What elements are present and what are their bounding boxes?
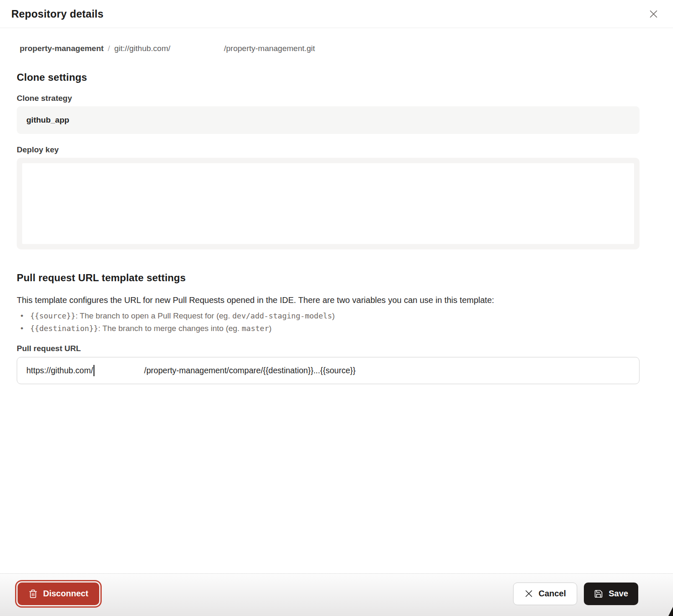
disconnect-button[interactable]: Disconnect (18, 583, 99, 605)
close-icon (649, 9, 658, 19)
breadcrumb-separator: / (108, 44, 110, 53)
source-variable-example: dev/add-staging-models (232, 311, 332, 320)
source-variable-close: ) (332, 311, 334, 320)
clone-strategy-field[interactable]: github_app (17, 106, 640, 134)
page-title: Repository details (11, 8, 103, 20)
breadcrumb: property-management / git://github.com/ … (17, 44, 640, 53)
source-variable-text: : The branch to open a Pull Request for … (75, 311, 232, 320)
pr-url-value-prefix: https://github.com/ (26, 366, 93, 375)
repo-url-suffix: /property-management.git (224, 44, 315, 53)
clone-strategy-value: github_app (26, 116, 69, 125)
footer-action-buttons: Cancel Save (513, 583, 638, 605)
text-caret (93, 365, 95, 376)
clone-settings-heading: Clone settings (17, 71, 640, 84)
pr-url-input[interactable]: https://github.com/ /property-management… (17, 357, 640, 384)
destination-variable-text: : The branch to merge changes into (eg. (98, 324, 242, 333)
clone-strategy-label: Clone strategy (17, 93, 640, 104)
modal-body: property-management / git://github.com/ … (0, 44, 673, 384)
save-label: Save (609, 589, 628, 598)
repo-url-prefix: git://github.com/ (114, 44, 170, 53)
floppy-disk-icon (594, 589, 603, 598)
modal-footer: Disconnect Cancel Save (0, 573, 673, 616)
deploy-key-label: Deploy key (17, 144, 640, 155)
pr-template-heading: Pull request URL template settings (17, 271, 640, 285)
pr-variable-list: {{source}}: The branch to open a Pull Re… (17, 310, 640, 335)
save-button[interactable]: Save (584, 583, 638, 605)
close-button[interactable] (646, 7, 660, 21)
destination-variable-code: {{destination}} (30, 324, 98, 333)
source-variable-code: {{source}} (30, 311, 75, 320)
list-item-destination-variable: {{destination}}: The branch to merge cha… (17, 322, 640, 335)
pr-url-value-suffix: /property-management/compare/{{destinati… (144, 366, 355, 375)
x-icon (524, 589, 533, 598)
destination-variable-close: ) (269, 324, 272, 333)
deploy-key-textarea[interactable] (22, 163, 634, 244)
cancel-button[interactable]: Cancel (513, 583, 578, 605)
deploy-key-field-frame (17, 158, 640, 249)
cancel-label: Cancel (539, 589, 566, 598)
repo-name: property-management (20, 44, 104, 53)
trash-icon (28, 589, 38, 598)
list-item-source-variable: {{source}}: The branch to open a Pull Re… (17, 310, 640, 322)
pr-url-label: Pull request URL (17, 343, 640, 354)
modal-header: Repository details (0, 0, 673, 28)
disconnect-label: Disconnect (43, 589, 88, 598)
destination-variable-example: master (241, 324, 269, 333)
mouse-cursor (668, 607, 673, 616)
pr-template-description: This template configures the URL for new… (17, 294, 640, 306)
